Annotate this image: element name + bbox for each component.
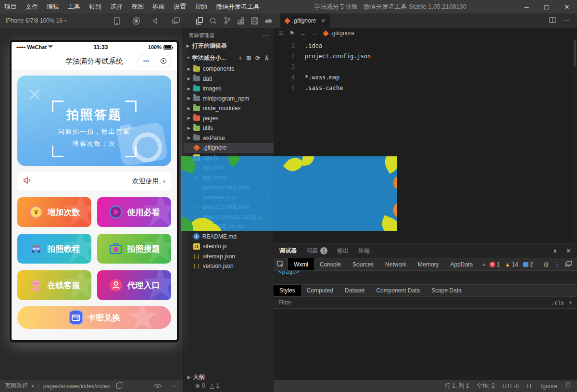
- debugger-tab[interactable]: 输出: [337, 247, 349, 255]
- more-icon[interactable]: ⋯: [172, 382, 178, 390]
- collapse-all-icon[interactable]: ⊼: [264, 55, 269, 62]
- debugger-tab[interactable]: 终端: [358, 247, 370, 255]
- menu-item[interactable]: 视图: [127, 0, 148, 13]
- forward-icon[interactable]: →: [312, 30, 318, 37]
- maximize-button[interactable]: ▢: [537, 0, 557, 13]
- menu-item[interactable]: 界面: [148, 0, 169, 13]
- tree-row[interactable]: ▶ images: [184, 84, 274, 94]
- close-button[interactable]: ✕: [557, 0, 577, 13]
- back-icon[interactable]: ←: [301, 30, 306, 37]
- explorer-more-icon[interactable]: ⋯: [262, 32, 269, 39]
- menu-item[interactable]: 设置: [169, 0, 190, 13]
- new-file-icon[interactable]: +: [238, 55, 242, 62]
- style-tab[interactable]: Styles: [274, 285, 301, 296]
- new-style-rule-icon[interactable]: +: [569, 299, 572, 306]
- menu-item[interactable]: 转到: [85, 0, 106, 13]
- eol-setting[interactable]: LF: [527, 383, 533, 390]
- photo-tutorial-button[interactable]: 拍照教程: [17, 234, 91, 264]
- more-actions-icon[interactable]: ⋯: [564, 16, 570, 25]
- devtools-tab[interactable]: Memory: [412, 258, 444, 270]
- card-redeem-button[interactable]: 卡密兑换: [17, 306, 171, 329]
- must-read-button[interactable]: 使用必看: [97, 197, 171, 227]
- capsule-close-icon[interactable]: [155, 58, 172, 64]
- devtools-tab[interactable]: Console: [314, 258, 347, 270]
- photo-search-button[interactable]: 拍照搜题: [97, 234, 171, 264]
- kebab-menu-icon[interactable]: ⋮: [554, 261, 560, 268]
- collapse-panel-icon[interactable]: ∧: [553, 247, 558, 254]
- menu-item[interactable]: 选择: [106, 0, 127, 13]
- device-selector[interactable]: iPhone 6/7/8 100% 16: [6, 17, 63, 24]
- git-branch-icon[interactable]: [223, 17, 231, 25]
- multi-window-icon[interactable]: [172, 17, 180, 25]
- debugger-tab[interactable]: 调试器: [279, 247, 297, 255]
- tree-row[interactable]: .gitignore: [184, 143, 274, 153]
- bookmark-icon[interactable]: ⚑: [289, 30, 295, 37]
- debugger-tab[interactable]: 问题 1: [306, 247, 327, 255]
- devtools-tab[interactable]: Network: [379, 258, 412, 270]
- tree-row[interactable]: ▶ pages: [184, 114, 274, 124]
- tree-row[interactable]: ▶ node_modules: [184, 103, 274, 114]
- language-mode[interactable]: Ignore: [541, 383, 557, 390]
- tree-row[interactable]: ▶ utils: [184, 123, 274, 133]
- refresh-icon[interactable]: ⟳: [255, 55, 260, 62]
- bell-icon[interactable]: [565, 382, 571, 390]
- agent-entry-button[interactable]: 代理入口: [97, 270, 171, 300]
- cls-toggle[interactable]: .cls: [551, 300, 564, 306]
- online-service-button[interactable]: 在线客服: [17, 270, 91, 300]
- style-tab[interactable]: Component Data: [370, 285, 426, 296]
- record-icon[interactable]: [132, 17, 140, 25]
- extensions-icon[interactable]: [237, 17, 245, 25]
- eye-icon[interactable]: [154, 383, 162, 390]
- warning-counter[interactable]: ▲14: [505, 261, 518, 268]
- phone-icon[interactable]: [113, 17, 121, 25]
- save-icon[interactable]: [251, 17, 259, 25]
- tree-row[interactable]: ▶ wxParse: [184, 133, 274, 143]
- close-panel-icon[interactable]: ✕: [566, 247, 571, 254]
- info-counter[interactable]: 2: [523, 261, 533, 268]
- minimize-button[interactable]: ─: [516, 0, 537, 13]
- tree-row[interactable]: ▶ dati: [184, 74, 274, 84]
- tree-row[interactable]: README.md: [184, 232, 274, 242]
- style-tab[interactable]: Dataset: [339, 285, 370, 296]
- photo-answer-card[interactable]: ✕ 拍照答题 问题拍一拍，秒出答案 搜索次数：次: [17, 76, 171, 166]
- mute-icon[interactable]: [152, 17, 160, 25]
- search-icon[interactable]: [209, 17, 217, 25]
- outline-section[interactable]: ▶ 大纲: [184, 373, 274, 381]
- split-editor-icon[interactable]: [549, 16, 556, 25]
- notice-bar[interactable]: 欢迎使用, ›: [17, 172, 171, 190]
- tab-close-icon[interactable]: ✕: [321, 18, 325, 24]
- menu-item[interactable]: 工具: [63, 0, 85, 13]
- drawer-icon[interactable]: [565, 261, 572, 268]
- capsule-menu-icon[interactable]: •••: [138, 59, 155, 63]
- filter-input[interactable]: Filter: [278, 299, 291, 306]
- editor-scrollbar[interactable]: [573, 39, 577, 243]
- inspect-element-icon[interactable]: [274, 258, 288, 270]
- error-counter[interactable]: ✕1: [489, 261, 500, 268]
- wxml-page-node[interactable]: <page>: [278, 271, 299, 275]
- menu-item[interactable]: 编辑: [42, 0, 63, 13]
- more-tabs-icon[interactable]: »: [478, 261, 489, 268]
- cursor-position[interactable]: 行 1, 列 1: [445, 382, 469, 390]
- tree-row[interactable]: ▶ components: [184, 64, 274, 74]
- cloud-whale-icon[interactable]: [264, 17, 273, 25]
- explorer-icon[interactable]: [196, 17, 204, 25]
- tab-gitignore[interactable]: .gitignore ✕: [280, 13, 330, 28]
- new-folder-icon[interactable]: ⊞: [246, 55, 251, 62]
- page-path-selector[interactable]: 页面路径: [5, 382, 28, 390]
- devtools-tab[interactable]: AppData: [444, 258, 478, 270]
- outline-list-icon[interactable]: ☰: [278, 30, 284, 37]
- indent-setting[interactable]: 空格: 2: [477, 382, 495, 390]
- gear-icon[interactable]: ⚙: [543, 261, 549, 268]
- style-tab[interactable]: Computed: [301, 285, 339, 296]
- project-section[interactable]: ▼ 学法减分小... + ⊞ ⟳ ⊼: [184, 52, 274, 64]
- wxml-tree[interactable]: <page>: [274, 271, 577, 284]
- copy-icon[interactable]: [116, 383, 121, 389]
- style-tab[interactable]: Scope Data: [426, 285, 467, 296]
- tree-row[interactable]: ▶ miniprogram_npm: [184, 94, 274, 104]
- open-editors-section[interactable]: ▶ 打开的编辑器: [184, 39, 274, 52]
- menu-item[interactable]: 文件: [21, 0, 42, 13]
- encoding-setting[interactable]: UTF-8: [502, 383, 519, 390]
- tree-row[interactable]: sitemap.json: [184, 252, 274, 262]
- tree-row[interactable]: version.json: [184, 261, 274, 271]
- menu-item[interactable]: 帮助: [190, 0, 212, 13]
